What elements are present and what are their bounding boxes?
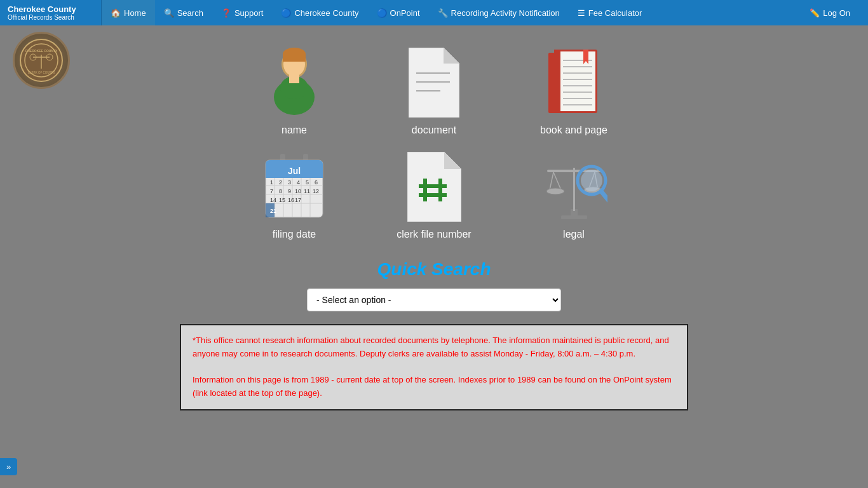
nav-onpoint-label: OnPoint [390,8,420,18]
svg-text:4: 4 [297,179,300,186]
side-tab[interactable]: » [0,458,17,475]
svg-text:1: 1 [270,179,273,186]
document-icon [399,44,469,121]
quick-search-title: Quick Search [377,259,491,280]
filing-date-icon: Jul 1 2 [259,149,329,225]
info-box: *This office cannot research information… [180,324,688,410]
svg-line-77 [553,172,561,190]
svg-marker-16 [444,48,459,64]
svg-text:15: 15 [279,197,285,203]
quick-search-select[interactable]: - Select an option - Name Document Book … [307,288,561,311]
svg-text:17: 17 [295,197,301,203]
svg-text:3: 3 [288,179,291,186]
svg-text:14: 14 [270,197,276,203]
nav-recording[interactable]: 🔧 Recording Activity Notification [429,0,569,25]
svg-line-76 [550,172,553,190]
nav-items: 🏠 Home 🔍 Search ❓ Support 🔵 Cherokee Cou… [102,0,651,25]
nav-login[interactable]: ✏️ Log On [801,8,859,18]
svg-point-80 [546,188,564,194]
svg-rect-74 [573,168,575,211]
svg-text:CLERK OF COURTS: CLERK OF COURTS [28,71,55,74]
cherokee-icon: 🔵 [281,8,291,18]
nav-support-label: Support [234,8,264,18]
svg-marker-67 [444,152,461,169]
search-item-book-page[interactable]: book and page [523,44,625,136]
search-item-filing-date[interactable]: Jul 1 2 [243,149,345,240]
home-icon: 🏠 [111,8,121,18]
brand: Cherokee County Official Records Search [0,0,102,25]
svg-text:8: 8 [279,188,282,194]
clerk-file-label: clerk file number [397,229,471,240]
login-icon: ✏️ [810,8,820,18]
nav-home-label: Home [124,8,146,18]
nav-search-label: Search [177,8,203,18]
name-label: name [281,125,307,136]
svg-rect-11 [283,54,306,62]
book-page-icon [539,44,609,121]
svg-text:6: 6 [315,179,318,186]
filing-date-label: filing date [273,229,316,240]
svg-rect-14 [289,74,299,83]
brand-subtitle: Official Records Search [8,14,93,21]
name-icon [259,44,329,121]
brand-title: Cherokee County [8,4,93,14]
svg-text:21: 21 [270,208,276,214]
svg-text:7: 7 [270,188,273,194]
svg-text:10: 10 [295,188,301,194]
svg-text:CHEROKEE COUNTY: CHEROKEE COUNTY [25,49,58,53]
search-item-clerk-file[interactable]: clerk file number [383,149,485,240]
nav-cherokee-label: Cherokee County [294,8,358,18]
support-icon: ❓ [221,8,231,18]
nav-home[interactable]: 🏠 Home [102,0,155,25]
svg-rect-73 [561,215,587,219]
nav-support[interactable]: ❓ Support [212,0,273,25]
county-seal: CHEROKEE COUNTY CLERK OF COURTS [13,32,70,89]
legal-label: legal [563,229,585,240]
nav-search[interactable]: 🔍 Search [155,0,212,25]
search-item-document[interactable]: document [383,44,485,136]
recording-icon: 🔧 [438,8,448,18]
search-icon: 🔍 [164,8,174,18]
fee-icon: ☰ [578,8,585,18]
search-item-name[interactable]: name [243,44,345,136]
search-row-1: name [85,44,783,136]
nav-fee-label: Fee Calculator [588,8,642,18]
onpoint-icon: 🔵 [377,8,387,18]
svg-text:Jul: Jul [288,166,301,176]
logo-area: CHEROKEE COUNTY CLERK OF COURTS [13,32,70,89]
info-text-1: *This office cannot research information… [193,334,675,361]
nav-login-label: Log On [823,8,850,18]
navbar: Cherokee County Official Records Search … [0,0,868,25]
nav-recording-label: Recording Activity Notification [451,8,560,18]
document-label: document [412,125,456,136]
svg-text:9: 9 [288,188,291,194]
book-page-label: book and page [540,125,607,136]
search-item-legal[interactable]: legal [523,149,625,240]
svg-text:11: 11 [304,188,310,194]
nav-cherokee[interactable]: 🔵 Cherokee County [272,0,367,25]
navbar-right: ✏️ Log On [801,0,868,25]
svg-text:16: 16 [288,197,294,203]
svg-text:12: 12 [313,188,319,194]
main-content: name [0,25,868,423]
clerk-file-icon [399,149,469,225]
info-text-2: Information on this page is from 1989 - … [193,374,675,400]
search-grid: name [85,44,783,410]
svg-line-84 [601,191,607,201]
nav-onpoint[interactable]: 🔵 OnPoint [368,0,429,25]
svg-text:5: 5 [306,179,309,186]
svg-text:2: 2 [279,179,282,186]
nav-fee[interactable]: ☰ Fee Calculator [569,0,651,25]
svg-rect-23 [554,50,560,113]
legal-icon [539,149,609,225]
search-row-2: Jul 1 2 [85,149,783,240]
svg-point-83 [581,170,602,191]
